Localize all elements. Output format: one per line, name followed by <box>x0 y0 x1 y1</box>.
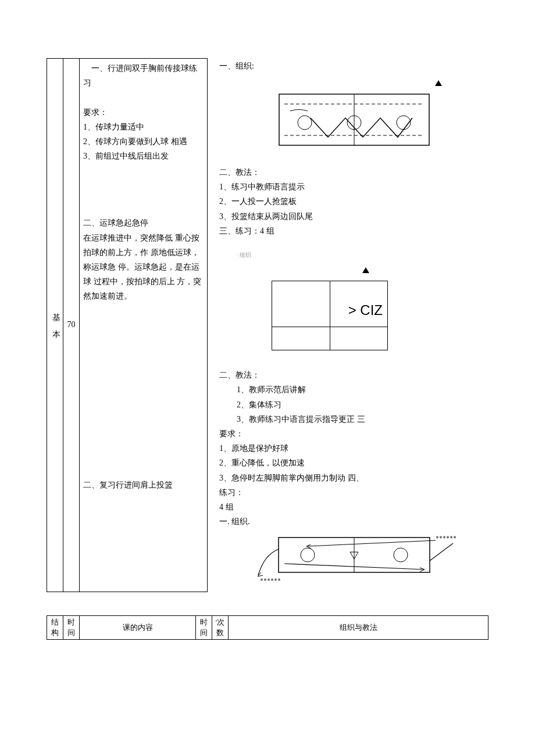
block2-title: 二、运球急起急停 <box>83 216 204 230</box>
triangle-icon-2 <box>362 267 369 273</box>
svg-point-9 <box>301 548 315 562</box>
block1-item-2: 2、传球方向要做到人球 相遇 <box>83 134 204 149</box>
h2-col5: '次数 <box>212 615 229 639</box>
block2-body: 在运球推进中，突然降低 重心按拍球的前上方，作 原地低运球，称运球急 停。运球急… <box>83 231 204 304</box>
sec1-teach-3: 3、投篮结束从两边回队尾 <box>219 209 488 224</box>
sec1-teach-2: 2、一人投一人抢篮板 <box>219 194 488 209</box>
content-column: 一、行进间双手胸前传接球练习 要求： 1、传球力量适中 2、传球方向要做到人球 … <box>80 59 208 592</box>
h2-col6: 组织与教法 <box>229 615 488 639</box>
main-lesson-table: 基本 70 一、行进间双手胸前传接球练习 要求： 1、传球力量适中 2、传球方向… <box>47 58 488 592</box>
svg-point-10 <box>394 548 408 562</box>
sec2-org-faded: · 纽织 <box>219 250 488 260</box>
triangle-icon <box>435 80 442 86</box>
sec2-teach-1: 1、教师示范后讲解 <box>219 382 488 397</box>
sec2-teach-3: 3、教师练习中语言提示指导更正 三 <box>219 412 488 427</box>
sec2-practice-label: 练习： <box>219 485 488 500</box>
time-column: 70 <box>63 59 80 592</box>
structure-label: 基本 <box>51 306 61 341</box>
block1-item-1: 1、传球力量适中 <box>83 120 204 134</box>
header-row-table: 结构 时间 课的内容 时间 '次数 组织与教法 <box>47 615 488 640</box>
sec2-practice-val: 4 组 <box>219 500 488 514</box>
h2-col2: 时间 <box>63 615 80 639</box>
diagram-1-container <box>242 79 465 151</box>
sec2-req-label: 要求： <box>219 427 488 441</box>
structure-column: 基本 <box>47 59 63 592</box>
diagram-3: ****** ****** <box>249 532 459 584</box>
diagram-2-container: > CIZ <box>242 266 465 350</box>
diag2-text: > CIZ <box>348 298 383 323</box>
diagram-2: > CIZ <box>272 281 388 350</box>
sec1-org-label: 一、组织: <box>219 59 488 73</box>
diagram-1 <box>279 94 430 146</box>
content-block-3: 二、复习行进间肩上投篮 <box>83 478 204 492</box>
svg-point-4 <box>298 116 312 130</box>
time-value: 70 <box>67 320 76 329</box>
h2-col4: 时间 <box>196 615 212 639</box>
sec2-org-label2: 一. 组织. <box>219 514 488 529</box>
content-block-1: 一、行进间双手胸前传接球练习 要求： 1、传球力量适中 2、传球方向要做到人球 … <box>83 61 204 163</box>
content-block-2: 二、运球急起急停 在运球推进中，突然降低 重心按拍球的前上方，作 原地低运球，称… <box>83 216 204 303</box>
block1-title: 一、行进间双手胸前传接球练习 <box>83 61 204 90</box>
stars-right: ****** <box>436 535 456 542</box>
block3-title: 二、复习行进间肩上投篮 <box>83 478 204 492</box>
stars-left: ****** <box>260 578 281 584</box>
sec2-req-3: 3、急停时左脚脚前掌内侧用力制动 四、 <box>219 471 488 485</box>
block1-req-label: 要求： <box>83 105 204 120</box>
h2-col1: 结构 <box>47 615 63 639</box>
block1-item-3: 3、前组过中线后组出发 <box>83 149 204 163</box>
sec1-teach-1: 1、练习中教师语言提示 <box>219 180 488 194</box>
sec2-teach-label: 二、教法： <box>219 368 488 382</box>
h2-col3: 课的内容 <box>80 615 196 639</box>
sec1-teach-label: 二、教法： <box>219 165 488 180</box>
sec1-practice: 三、练习：4 组 <box>219 224 488 238</box>
sec2-req-2: 2、重心降低，以便加速 <box>219 456 488 470</box>
diagram-3-container: ****** ****** <box>219 532 488 589</box>
right-column: 一、组织: 二、教法： 1、练习中教师语言提示 2、一人投一人抢篮板 <box>208 59 489 592</box>
sec2-req-1: 1、原地是保护好球 <box>219 441 488 456</box>
sec2-teach-2: 2、集体练习 <box>219 397 488 412</box>
